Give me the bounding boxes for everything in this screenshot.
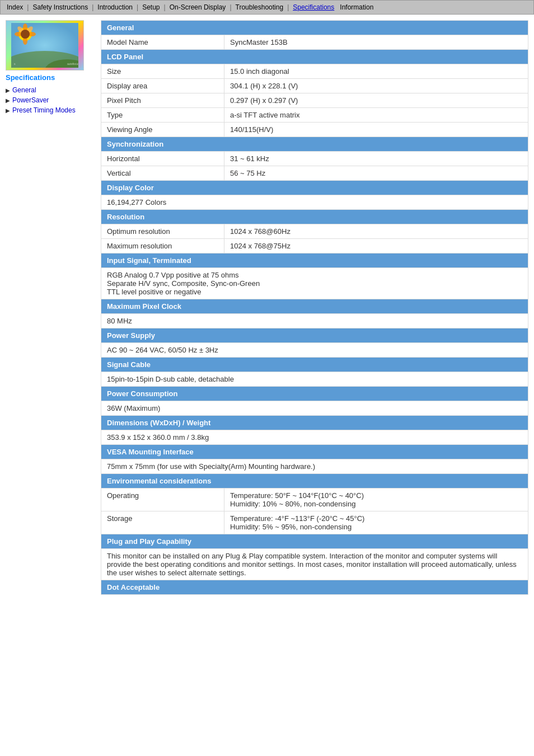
spec-row-label: Type: [101, 108, 224, 123]
spec-full-value: AC 90 ~ 264 VAC, 60/50 Hz ± 3Hz: [101, 343, 528, 358]
spec-row: Typea-si TFT active matrix: [101, 108, 528, 123]
spec-row: Optimum resolution1024 x 768@60Hz: [101, 224, 528, 239]
spec-row: Pixel Pitch0.297 (H) x 0.297 (V): [101, 93, 528, 108]
spec-full-value: 80 MHz: [101, 314, 528, 328]
arrow-icon-general: ▶: [6, 87, 10, 93]
spec-section-header: Power Consumption: [101, 387, 528, 401]
spec-row: Vertical56 ~ 75 Hz: [101, 166, 528, 181]
sidebar: s autofocus Specifications ▶ General ▶ P…: [6, 20, 95, 595]
spec-full-row: 36W (Maximum): [101, 401, 528, 416]
spec-row: OperatingTemperature: 50°F ~ 104°F(10°C …: [101, 489, 528, 511]
spec-row-label: Maximum resolution: [101, 239, 224, 253]
svg-point-8: [21, 30, 30, 39]
spec-row: StorageTemperature: -4°F ~113°F (-20°C ~…: [101, 511, 528, 534]
spec-row-value: 304.1 (H) x 228.1 (V): [224, 79, 528, 93]
spec-section-label: Synchronization: [101, 137, 528, 152]
spec-section-label: General: [101, 21, 528, 35]
content-area: GeneralModel NameSyncMaster 153BLCD Pane…: [101, 20, 528, 595]
arrow-icon-powersaver: ▶: [6, 97, 10, 104]
spec-section-header: LCD Panel: [101, 50, 528, 64]
spec-row: Display area304.1 (H) x 228.1 (V): [101, 79, 528, 93]
spec-section-header: Environmental considerations: [101, 474, 528, 489]
spec-full-row: 16,194,277 Colors: [101, 195, 528, 210]
spec-section-label: Display Color: [101, 181, 528, 195]
spec-row-label: Viewing Angle: [101, 123, 224, 137]
spec-full-value: 75mm x 75mm (for use with Specialty(Arm)…: [101, 459, 528, 474]
nav-sep-2: |: [92, 3, 93, 11]
nav-troubleshooting[interactable]: Troubleshooting: [234, 3, 285, 12]
nav-safety[interactable]: Safety Instructions: [31, 3, 90, 12]
spec-full-row: This monitor can be installed on any Plu…: [101, 549, 528, 580]
spec-section-header: Signal Cable: [101, 358, 528, 372]
spec-full-row: 80 MHz: [101, 314, 528, 328]
spec-row-value: Temperature: -4°F ~113°F (-20°C ~ 45°C)H…: [224, 511, 528, 534]
spec-section-label: VESA Mounting Interface: [101, 445, 528, 459]
spec-row-label: Display area: [101, 79, 224, 93]
spec-full-value: 15pin-to-15pin D-sub cable, detachable: [101, 372, 528, 387]
spec-section-header: Input Signal, Terminated: [101, 253, 528, 268]
sidebar-link-preset[interactable]: ▶ Preset Timing Modes: [6, 106, 95, 114]
spec-section-header: VESA Mounting Interface: [101, 445, 528, 459]
spec-row-value: 1024 x 768@75Hz: [224, 239, 528, 253]
spec-row-label: Pixel Pitch: [101, 93, 224, 108]
spec-section-label: Dot Acceptable: [101, 580, 528, 595]
spec-row: Model NameSyncMaster 153B: [101, 35, 528, 50]
spec-row-value: 140/115(H/V): [224, 123, 528, 137]
spec-section-label: Environmental considerations: [101, 474, 528, 489]
spec-row-label: Horizontal: [101, 152, 224, 166]
nav-introduction[interactable]: Introduction: [96, 3, 134, 12]
spec-row-label: Vertical: [101, 166, 224, 181]
main-layout: s autofocus Specifications ▶ General ▶ P…: [0, 15, 534, 600]
spec-section-label: Dimensions (WxDxH) / Weight: [101, 416, 528, 430]
nav-osd[interactable]: On-Screen Display: [168, 3, 228, 12]
svg-text:autofocus: autofocus: [67, 62, 78, 65]
spec-full-row: AC 90 ~ 264 VAC, 60/50 Hz ± 3Hz: [101, 343, 528, 358]
nav-setup[interactable]: Setup: [140, 3, 161, 12]
spec-section-header: Dot Acceptable: [101, 580, 528, 595]
navigation-bar: Index | Safety Instructions | Introducti…: [0, 0, 534, 15]
sidebar-link-powersaver[interactable]: ▶ PowerSaver: [6, 96, 95, 104]
nav-sep-1: |: [27, 3, 29, 11]
sidebar-link-general[interactable]: ▶ General: [6, 86, 95, 94]
nav-index[interactable]: Index: [5, 3, 25, 12]
spec-section-label: Plug and Play Capability: [101, 534, 528, 549]
spec-row: Size15.0 inch diagonal: [101, 64, 528, 79]
spec-section-label: Power Consumption: [101, 387, 528, 401]
spec-row-value: Temperature: 50°F ~ 104°F(10°C ~ 40°C)Hu…: [224, 489, 528, 511]
spec-row-label: Size: [101, 64, 224, 79]
spec-row-value: 15.0 inch diagonal: [224, 64, 528, 79]
spec-table: GeneralModel NameSyncMaster 153BLCD Pane…: [101, 20, 528, 595]
spec-section-header: Maximum Pixel Clock: [101, 299, 528, 314]
spec-row-value: a-si TFT active matrix: [224, 108, 528, 123]
spec-section-header: Display Color: [101, 181, 528, 195]
spec-row-label: Optimum resolution: [101, 224, 224, 239]
spec-section-label: Maximum Pixel Clock: [101, 299, 528, 314]
nav-sep-4: |: [164, 3, 166, 11]
nav-sep-6: |: [287, 3, 289, 11]
arrow-icon-preset: ▶: [6, 107, 10, 114]
spec-full-value: RGB Analog 0.7 Vpp positive at 75 ohmsSe…: [101, 268, 528, 299]
spec-section-header: Power Supply: [101, 328, 528, 343]
spec-section-header: Resolution: [101, 210, 528, 224]
spec-section-header: Dimensions (WxDxH) / Weight: [101, 416, 528, 430]
spec-row-label: Model Name: [101, 35, 224, 50]
spec-section-header: Synchronization: [101, 137, 528, 152]
spec-full-value: This monitor can be installed on any Plu…: [101, 549, 528, 580]
spec-section-label: LCD Panel: [101, 50, 528, 64]
spec-row-value: SyncMaster 153B: [224, 35, 528, 50]
spec-full-value: 353.9 x 152 x 360.0 mm / 3.8kg: [101, 430, 528, 445]
spec-section-label: Input Signal, Terminated: [101, 253, 528, 268]
spec-row: Horizontal31 ~ 61 kHz: [101, 152, 528, 166]
spec-full-value: 16,194,277 Colors: [101, 195, 528, 210]
nav-information[interactable]: Information: [338, 3, 375, 12]
nav-sep-5: |: [229, 3, 231, 11]
sidebar-links: ▶ General ▶ PowerSaver ▶ Preset Timing M…: [6, 86, 95, 114]
spec-row-label: Storage: [101, 511, 224, 534]
spec-section-label: Resolution: [101, 210, 528, 224]
nav-specifications[interactable]: Specifications: [291, 3, 336, 12]
nav-sep-3: |: [137, 3, 138, 11]
spec-row: Maximum resolution1024 x 768@75Hz: [101, 239, 528, 253]
sidebar-link-preset-label: Preset Timing Modes: [12, 106, 76, 114]
spec-row-value: 56 ~ 75 Hz: [224, 166, 528, 181]
spec-section-label: Signal Cable: [101, 358, 528, 372]
